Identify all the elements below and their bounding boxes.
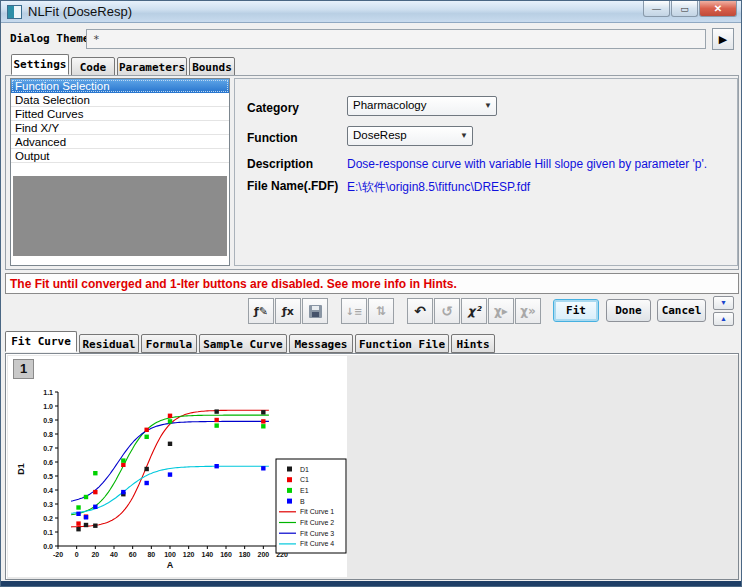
- function-selection-panel: Category Pharmacology ▼ Function DoseRes…: [234, 78, 738, 266]
- fit-button[interactable]: Fit: [553, 299, 599, 322]
- function-label: Function: [247, 131, 298, 145]
- undo-button[interactable]: ↶: [407, 298, 433, 324]
- titlebar[interactable]: NLFit (DoseResp) — ▭ ✕: [1, 1, 741, 23]
- svg-text:120: 120: [183, 551, 195, 558]
- window-title: NLFit (DoseResp): [28, 4, 132, 19]
- nlfit-dialog: NLFit (DoseResp) — ▭ ✕ Dialog Theme ▶ Se…: [0, 0, 742, 587]
- tab-formula[interactable]: Formula: [141, 334, 197, 353]
- fit-until-converged-icon: χ»: [520, 304, 536, 318]
- maximize-icon: ▭: [680, 4, 689, 14]
- window-bottom-border: [1, 581, 741, 586]
- function-builder-icon: ƒx: [282, 305, 294, 318]
- tab-parameters[interactable]: Parameters: [117, 57, 187, 76]
- page-number-label[interactable]: 1: [13, 359, 34, 379]
- svg-text:140: 140: [201, 551, 213, 558]
- edit-function-icon: ƒ✎: [254, 305, 268, 318]
- svg-text:80: 80: [147, 551, 155, 558]
- one-iteration-button[interactable]: χ▸: [488, 298, 514, 324]
- tab-hints[interactable]: Hints: [451, 334, 495, 353]
- svg-text:0.2: 0.2: [43, 515, 53, 522]
- edit-function-button[interactable]: ƒ✎: [248, 298, 274, 324]
- sorted-list-down-icon: ↓≡: [346, 306, 363, 317]
- cancel-button[interactable]: Cancel: [657, 299, 706, 322]
- function-dropdown[interactable]: DoseResp ▼: [347, 126, 473, 146]
- svg-text:D1: D1: [300, 466, 309, 473]
- triangle-down-icon: ▼: [720, 299, 727, 306]
- svg-text:1.1: 1.1: [43, 389, 53, 396]
- list-item-output[interactable]: Output: [11, 149, 229, 163]
- filename-label: File Name(.FDF): [247, 179, 338, 193]
- sorted-output-button[interactable]: ↓≡: [341, 298, 367, 324]
- reset-parameters-button[interactable]: ↺: [434, 298, 460, 324]
- svg-text:100: 100: [164, 551, 176, 558]
- svg-text:1.0: 1.0: [43, 403, 53, 410]
- roll-down-button[interactable]: ▼: [713, 296, 734, 310]
- tab-messages[interactable]: Messages: [289, 334, 353, 353]
- tab-sample-curve[interactable]: Sample Curve: [199, 334, 287, 353]
- svg-text:-20: -20: [53, 551, 63, 558]
- one-iteration-icon: χ▸: [494, 304, 508, 318]
- list-item-fitted-curves[interactable]: Fitted Curves: [11, 107, 229, 121]
- list-item-advanced[interactable]: Advanced: [11, 135, 229, 149]
- svg-text:200: 200: [257, 551, 269, 558]
- svg-text:0.9: 0.9: [43, 417, 53, 424]
- list-filler: [13, 176, 227, 256]
- tab-settings[interactable]: Settings: [11, 54, 69, 75]
- svg-text:160: 160: [220, 551, 232, 558]
- dialog-theme-input[interactable]: [86, 29, 706, 49]
- theme-menu-button[interactable]: ▶: [712, 28, 734, 50]
- redo-arrow-icon: ↺: [441, 303, 453, 319]
- settings-category-list: Function Selection Data Selection Fitted…: [10, 78, 230, 266]
- svg-text:A: A: [167, 560, 174, 570]
- minimize-button[interactable]: —: [643, 1, 670, 17]
- list-item-function-selection[interactable]: Function Selection: [11, 79, 229, 93]
- tab-code[interactable]: Code: [71, 57, 115, 76]
- close-button[interactable]: ✕: [699, 1, 737, 17]
- category-label: Category: [247, 101, 299, 115]
- svg-text:180: 180: [239, 551, 251, 558]
- svg-text:0.1: 0.1: [43, 529, 53, 536]
- fit-until-converged-button[interactable]: χ»: [515, 298, 541, 324]
- filename-value: E:\软件\origin8.5\fitfunc\DRESP.fdf: [347, 179, 530, 196]
- fit-curve-panel: 1 -200204060801001201401601802002200.00.…: [5, 353, 739, 580]
- svg-text:B: B: [300, 498, 305, 505]
- svg-text:0.5: 0.5: [43, 473, 53, 480]
- function-builder-button[interactable]: ƒx: [275, 298, 301, 324]
- tab-bounds[interactable]: Bounds: [189, 57, 235, 76]
- status-message-bar: The Fit until converged and 1-Iter butto…: [5, 273, 739, 294]
- init-parameters-button[interactable]: ⇅: [368, 298, 394, 324]
- category-dropdown[interactable]: Pharmacology ▼: [347, 96, 497, 116]
- chi-square-button[interactable]: χ²: [461, 298, 487, 324]
- right-triangle-icon: ▶: [719, 33, 727, 45]
- list-item-find-xy[interactable]: Find X/Y: [11, 121, 229, 135]
- tab-fit-curve[interactable]: Fit Curve: [5, 331, 77, 352]
- chevron-down-icon: ▼: [484, 101, 492, 110]
- svg-text:0.3: 0.3: [43, 501, 53, 508]
- svg-text:0.8: 0.8: [43, 431, 53, 438]
- init-parameters-icon: ⇅: [376, 304, 386, 318]
- maximize-button[interactable]: ▭: [671, 1, 698, 17]
- svg-text:Fit Curve 2: Fit Curve 2: [300, 519, 334, 526]
- roll-up-button[interactable]: ▲: [713, 312, 734, 326]
- svg-text:C1: C1: [300, 476, 309, 483]
- minimize-icon: —: [652, 4, 661, 14]
- undo-arrow-icon: ↶: [414, 303, 426, 319]
- graph-page: 1 -200204060801001201401601802002200.00.…: [8, 356, 347, 577]
- tab-residual[interactable]: Residual: [79, 334, 139, 353]
- svg-text:40: 40: [110, 551, 118, 558]
- svg-text:Fit Curve 4: Fit Curve 4: [300, 540, 334, 547]
- chi-square-icon: χ²: [468, 304, 481, 318]
- svg-text:D1: D1: [16, 463, 26, 475]
- save-fdf-button[interactable]: [302, 298, 328, 324]
- status-message: The Fit until converged and 1-Iter butto…: [10, 277, 457, 291]
- tab-function-file[interactable]: Function File: [355, 334, 449, 353]
- svg-text:0: 0: [75, 551, 79, 558]
- svg-text:20: 20: [91, 551, 99, 558]
- done-button[interactable]: Done: [606, 299, 651, 322]
- svg-text:E1: E1: [300, 487, 309, 494]
- svg-text:Fit Curve 1: Fit Curve 1: [300, 508, 334, 515]
- svg-text:60: 60: [129, 551, 137, 558]
- description-value: Dose-response curve with variable Hill s…: [347, 157, 707, 171]
- list-item-data-selection[interactable]: Data Selection: [11, 93, 229, 107]
- description-label: Description: [247, 157, 313, 171]
